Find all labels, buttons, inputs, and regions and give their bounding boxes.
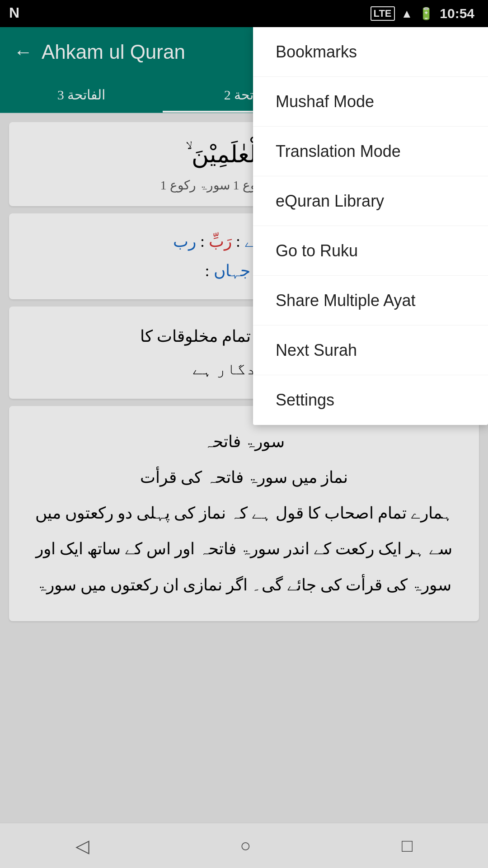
dropdown-overlay[interactable]: Bookmarks Mushaf Mode Translation Mode e… [0, 0, 488, 868]
menu-item-mushaf-mode[interactable]: Mushaf Mode [253, 77, 488, 127]
menu-item-bookmarks[interactable]: Bookmarks [253, 27, 488, 77]
menu-item-equran-library[interactable]: eQuran Library [253, 176, 488, 226]
menu-item-go-to-ruku[interactable]: Go to Ruku [253, 226, 488, 276]
menu-item-settings[interactable]: Settings [253, 375, 488, 425]
dropdown-menu: Bookmarks Mushaf Mode Translation Mode e… [253, 27, 488, 425]
menu-item-translation-mode[interactable]: Translation Mode [253, 127, 488, 176]
menu-item-share-multiple-ayat[interactable]: Share Multiple Ayat [253, 276, 488, 326]
menu-item-next-surah[interactable]: Next Surah [253, 326, 488, 375]
